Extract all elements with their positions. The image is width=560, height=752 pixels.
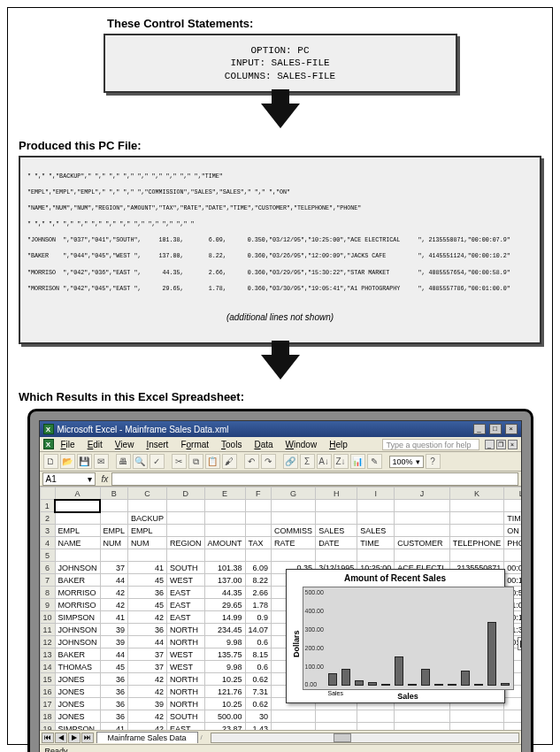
row-header[interactable]: 8 (40, 587, 55, 599)
cell[interactable]: 42 (128, 686, 167, 698)
cell-a1[interactable] (55, 500, 100, 512)
formula-input[interactable] (111, 472, 518, 486)
menu-edit[interactable]: Edit (82, 439, 108, 450)
cell[interactable]: SOUTH (167, 562, 205, 574)
col-header[interactable]: G (272, 487, 316, 500)
cell[interactable] (395, 723, 450, 731)
col-header[interactable]: E (204, 487, 245, 500)
cell[interactable] (245, 512, 272, 525)
copy-icon[interactable]: ⧉ (188, 454, 203, 469)
cell[interactable] (128, 500, 167, 512)
zoom-selector[interactable]: 100%▾ (389, 456, 424, 468)
cell[interactable]: 37 (128, 648, 167, 661)
col-header[interactable]: D (167, 487, 205, 500)
cell[interactable]: NORTH (167, 698, 205, 710)
cell[interactable]: 10.25 (204, 673, 245, 686)
mdi-close-button[interactable]: × (508, 440, 518, 449)
cell[interactable]: BAKER (55, 648, 100, 661)
menu-data[interactable]: Data (249, 439, 278, 450)
cell[interactable]: EAST (167, 723, 205, 731)
name-box[interactable]: A1▾ (42, 472, 96, 486)
cell[interactable]: THOMAS (55, 661, 100, 673)
cell[interactable]: 42 (128, 611, 167, 624)
cell[interactable]: TIME (504, 512, 521, 525)
help-icon[interactable]: ? (426, 454, 441, 469)
cell[interactable] (245, 549, 272, 562)
cell[interactable]: TIME (357, 537, 395, 549)
cell[interactable]: 37 (128, 661, 167, 673)
undo-icon[interactable]: ↶ (244, 454, 259, 469)
cell[interactable]: 137.00 (204, 574, 245, 587)
cell[interactable]: JOHNSON (55, 636, 100, 648)
cell[interactable]: JOHNSON (55, 562, 100, 574)
cell[interactable]: 42 (128, 710, 167, 723)
cell[interactable] (357, 549, 395, 562)
cell[interactable] (272, 723, 316, 731)
cell[interactable]: 7.31 (245, 686, 272, 698)
row-header[interactable]: 2 (40, 512, 55, 525)
cell[interactable] (272, 512, 316, 525)
cell[interactable]: BAKER (55, 574, 100, 587)
row-header[interactable]: 7 (40, 574, 55, 587)
cell[interactable]: 121.76 (204, 686, 245, 698)
cell[interactable]: ON (504, 525, 521, 537)
cell[interactable]: EAST (167, 587, 205, 599)
paste-icon[interactable]: 📋 (205, 454, 220, 469)
cell[interactable]: JOHNSON (55, 624, 100, 636)
cell[interactable]: 00:10.2 (504, 574, 521, 587)
cell[interactable]: 36 (100, 686, 128, 698)
cell[interactable]: MORRISO (55, 599, 100, 611)
tab-nav-last-icon[interactable]: ⏭ (81, 733, 94, 743)
col-header[interactable]: J (395, 487, 450, 500)
cell[interactable]: NORTH (167, 636, 205, 648)
cell[interactable]: JONES (55, 686, 100, 698)
cell[interactable]: EMPL (55, 525, 100, 537)
cell[interactable] (204, 500, 245, 512)
cell[interactable]: 6.09 (245, 562, 272, 574)
cell[interactable]: 14.99 (204, 611, 245, 624)
cell[interactable]: BACKUP (128, 512, 167, 525)
mdi-minimize-button[interactable]: _ (485, 440, 495, 449)
chart-icon[interactable]: 📊 (350, 454, 365, 469)
cell[interactable] (100, 500, 128, 512)
embedded-chart[interactable]: Amount of Recent Sales Dollars 500.00400… (286, 569, 505, 703)
cell[interactable]: SALES (357, 525, 395, 537)
cell[interactable]: SOUTH (167, 710, 205, 723)
cell[interactable]: 234.45 (204, 624, 245, 636)
cell[interactable] (357, 710, 395, 723)
cell[interactable]: COMMISS (272, 525, 316, 537)
cell[interactable]: 44 (100, 648, 128, 661)
menu-tools[interactable]: Tools (216, 439, 247, 450)
col-header[interactable]: H (316, 487, 357, 500)
row-header[interactable]: 1 (40, 500, 55, 512)
cell[interactable]: 00:07.9 (504, 562, 521, 574)
cell[interactable]: 41 (128, 562, 167, 574)
cell[interactable] (449, 710, 504, 723)
menu-window[interactable]: Window (280, 439, 323, 450)
menu-file[interactable]: File (56, 439, 81, 450)
cell[interactable]: 9.98 (204, 661, 245, 673)
cell[interactable] (357, 512, 395, 525)
sheet-tab[interactable]: Mainframe Sales Data (96, 732, 198, 743)
cell[interactable]: 1.78 (245, 599, 272, 611)
cell[interactable] (395, 549, 450, 562)
cell[interactable]: 0.9 (245, 611, 272, 624)
cell[interactable] (55, 512, 100, 525)
cell[interactable]: 39 (100, 636, 128, 648)
cell[interactable]: 1.43 (245, 723, 272, 731)
cell[interactable] (357, 723, 395, 731)
cell[interactable]: 30 (245, 710, 272, 723)
cell[interactable] (272, 549, 316, 562)
cell[interactable]: TELEPHONE (449, 537, 504, 549)
cell[interactable]: 0.62 (245, 673, 272, 686)
cell[interactable]: WEST (167, 661, 205, 673)
cell[interactable] (316, 710, 357, 723)
cell[interactable]: 9.98 (204, 636, 245, 648)
cell[interactable]: 45 (100, 661, 128, 673)
row-header[interactable]: 15 (40, 673, 55, 686)
cell[interactable] (167, 549, 205, 562)
cell[interactable]: 41 (100, 723, 128, 731)
cut-icon[interactable]: ✂ (172, 454, 187, 469)
cell[interactable] (504, 723, 521, 731)
format-painter-icon[interactable]: 🖌 (222, 454, 237, 469)
